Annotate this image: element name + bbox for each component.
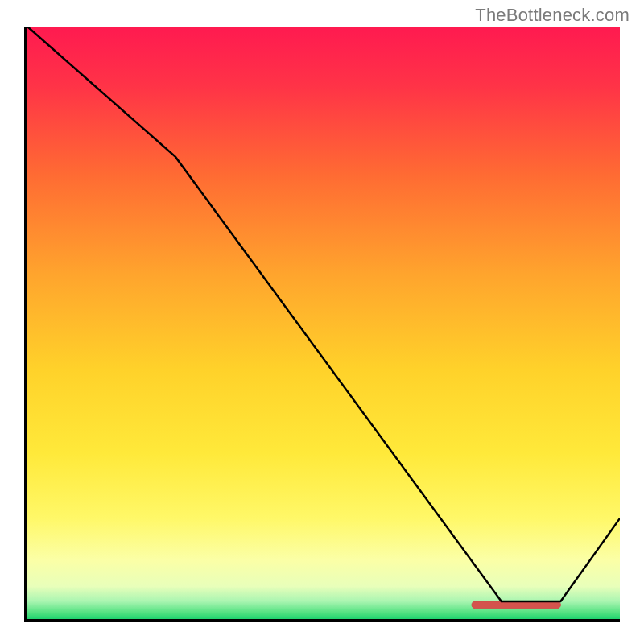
x-axis — [24, 619, 620, 622]
chart-svg — [24, 27, 620, 622]
chart-container: TheBottleneck.com — [0, 0, 644, 644]
chart-plot — [24, 27, 620, 622]
attribution-text: TheBottleneck.com — [475, 5, 630, 26]
y-axis — [24, 27, 27, 622]
optimal-range-marker — [472, 601, 560, 609]
plot-background — [27, 27, 620, 619]
